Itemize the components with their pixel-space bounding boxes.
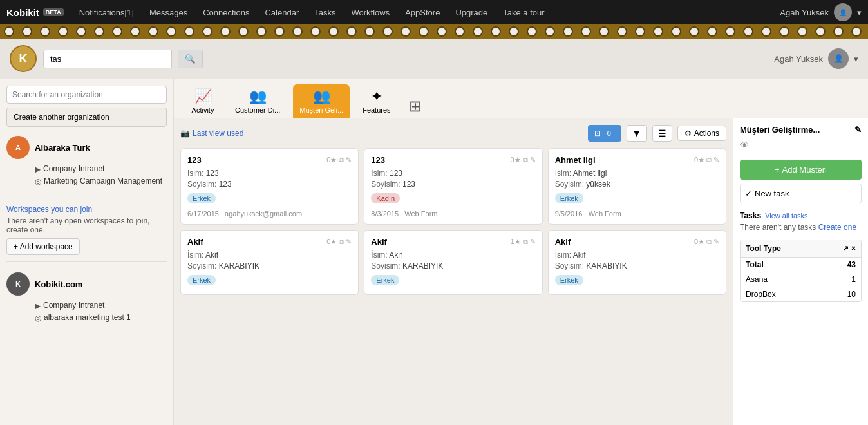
nav-workflows[interactable]: Workflows <box>344 0 396 24</box>
kobikit-name: Kobikit.com <box>35 279 82 289</box>
tool-row-value: 10 <box>847 290 856 299</box>
tab-bar: 📈 Activity 👥 Customer Di... 👥 Müşteri Ge… <box>174 79 868 118</box>
tab-customer-di[interactable]: 👥 Customer Di... <box>229 84 287 118</box>
header-dropdown-arrow[interactable]: ▾ <box>854 54 858 64</box>
user-name: Agah Yuksek <box>780 8 829 17</box>
card-header: Ahmet ilgi 0★ ⧉ ✎ <box>555 155 719 165</box>
user-area: Agah Yuksek 👤 ▾ <box>780 3 862 21</box>
add-tab-button[interactable]: ⊞ <box>404 95 427 118</box>
card-copy-icon[interactable]: ⧉ <box>523 156 528 164</box>
brand-name[interactable]: Kobikit <box>6 7 39 18</box>
kobikit-section: K Kobikit.com ▶ Company Intranet ◎ albar… <box>6 272 167 324</box>
add-musteri-label: Add Müsteri <box>782 165 827 175</box>
tool-type-title: Tool Type <box>746 244 781 253</box>
card-edit-icon[interactable]: ✎ <box>713 156 719 164</box>
header-user-avatar[interactable]: 👤 <box>828 48 849 69</box>
card-copy-icon[interactable]: ⧉ <box>339 156 344 164</box>
card-gender-badge: Erkek <box>187 275 216 285</box>
tool-row-label: Asana <box>746 275 768 284</box>
tab-features[interactable]: ✦ Features <box>356 84 397 118</box>
tab-activity-label: Activity <box>192 106 214 114</box>
top-nav: Kobikit BETA Notifications[1] Messages C… <box>0 0 868 24</box>
card-soyisim: Soyisim: 123 <box>187 180 352 189</box>
card-footer: 6/17/2015 · agahyuksek@gmail.com <box>187 210 352 218</box>
nav-messages[interactable]: Messages <box>143 0 194 24</box>
card-item: Akif 0★ ⧉ ✎ İsim: Akif Soyisim: KARABIYI… <box>180 230 359 295</box>
card-copy-icon[interactable]: ⧉ <box>523 238 528 246</box>
card-header: 123 0★ ⧉ ✎ <box>371 155 535 165</box>
card-count: 0★ <box>694 238 704 246</box>
tab-activity[interactable]: 📈 Activity <box>184 84 222 118</box>
card-copy-icon[interactable]: ⧉ <box>706 156 712 164</box>
card-edit-icon[interactable]: ✎ <box>530 156 536 164</box>
albaraka-header: A Albaraka Turk <box>6 136 167 159</box>
app-logo: K <box>10 45 37 72</box>
search-bar-right: Agah Yuksek 👤 ▾ <box>774 48 858 69</box>
workspaces-title[interactable]: Workspaces you can join <box>6 205 167 214</box>
card-soyisim: Soyisim: 123 <box>371 180 535 189</box>
kobikit-albaraka-test[interactable]: ◎ albaraka marketing test 1 <box>6 312 167 324</box>
search-bar-left: K 🔍 <box>10 45 203 72</box>
nav-calendar[interactable]: Calendar <box>258 0 305 24</box>
card-name: 123 <box>371 155 385 165</box>
albaraka-marketing[interactable]: ◎ Marketing Campaign Management <box>6 175 167 187</box>
card-footer: 9/5/2016 · Web Form <box>555 210 719 218</box>
card-soyisim: Soyisim: KARABIYIK <box>555 261 719 270</box>
cards-grid: 123 0★ ⧉ ✎ İsim: 123 Soyisim: 123 Erkek … <box>180 148 726 295</box>
add-musteri-button[interactable]: + Add Müsteri <box>740 160 862 180</box>
content-inner: 📷 Last view used ⊡ 0 ▼ ☰ ⚙ Actions <box>174 118 868 425</box>
list-view-button[interactable]: ☰ <box>652 125 672 142</box>
card-edit-icon[interactable]: ✎ <box>346 156 352 164</box>
card-copy-icon[interactable]: ⧉ <box>339 238 344 246</box>
tab-musteri-geli[interactable]: 👥 Müşteri Geli... <box>293 84 350 118</box>
tab-customer-di-label: Customer Di... <box>235 106 280 114</box>
card-isim: İsim: 123 <box>187 169 352 178</box>
card-name: Akif <box>187 237 203 247</box>
filter-button[interactable]: ⊡ 0 <box>588 125 621 142</box>
actions-button[interactable]: ⚙ Actions <box>677 126 726 141</box>
header-user-name: Agah Yuksek <box>774 54 823 64</box>
create-task-link[interactable]: Create one <box>818 223 856 232</box>
global-search-button[interactable]: 🔍 <box>178 50 203 68</box>
search-bar: K 🔍 Agah Yuksek 👤 ▾ <box>0 39 868 79</box>
card-count: 0★ <box>511 156 521 164</box>
user-dropdown-arrow[interactable]: ▾ <box>857 8 862 17</box>
view-all-tasks[interactable]: View all tasks <box>765 212 807 220</box>
card-soyisim: Soyisim: KARABIYIK <box>187 261 352 270</box>
card-isim: İsim: Akif <box>371 250 535 260</box>
nav-appstore[interactable]: AppStore <box>399 0 446 24</box>
global-search-input[interactable] <box>43 50 172 68</box>
kobikit-company-intranet[interactable]: ▶ Company Intranet <box>6 299 167 312</box>
new-task-button[interactable]: ✓ New task <box>740 184 862 203</box>
tool-type-row: Asana 1 <box>741 272 861 287</box>
nav-upgrade[interactable]: Upgrade <box>449 0 494 24</box>
card-header: 123 0★ ⧉ ✎ <box>187 155 352 165</box>
right-panel-title: Müşteri Geliştirme... ✎ <box>740 125 862 135</box>
albaraka-company-intranet[interactable]: ▶ Company Intranet <box>6 163 167 175</box>
card-name: Akif <box>371 237 387 247</box>
nav-notifications[interactable]: Notifications[1] <box>73 0 140 24</box>
card-edit-icon[interactable]: ✎ <box>713 238 719 246</box>
tool-type-close-icon[interactable]: × <box>851 244 856 253</box>
card-copy-icon[interactable]: ⧉ <box>706 238 712 246</box>
user-avatar[interactable]: 👤 <box>834 3 852 21</box>
albaraka-name: Albaraka Turk <box>35 143 90 153</box>
card-item: Akif 1★ ⧉ ✎ İsim: Akif Soyisim: KARABIYI… <box>364 230 542 295</box>
sidebar: Create another organization A Albaraka T… <box>0 79 174 425</box>
add-workspace-button[interactable]: + Add workspace <box>6 238 80 255</box>
tool-type-external-icon[interactable]: ↗ <box>842 244 849 253</box>
card-item: 123 0★ ⧉ ✎ İsim: 123 Soyisim: 123 Erkek … <box>180 148 359 225</box>
nav-tasks[interactable]: Tasks <box>308 0 342 24</box>
card-actions: 0★ ⧉ ✎ <box>326 238 352 246</box>
last-view-btn[interactable]: 📷 Last view used <box>180 129 243 138</box>
card-edit-icon[interactable]: ✎ <box>346 238 352 246</box>
org-search-input[interactable] <box>6 86 167 104</box>
nav-take-a-tour[interactable]: Take a tour <box>496 0 551 24</box>
edit-icon[interactable]: ✎ <box>854 125 862 135</box>
card-edit-icon[interactable]: ✎ <box>530 238 536 246</box>
create-org-button[interactable]: Create another organization <box>6 108 167 127</box>
nav-connections[interactable]: Connections <box>196 0 256 24</box>
sort-down-button[interactable]: ▼ <box>627 125 647 142</box>
card-gender-badge: Erkek <box>187 193 216 203</box>
kobikit-header: K Kobikit.com <box>6 272 167 296</box>
